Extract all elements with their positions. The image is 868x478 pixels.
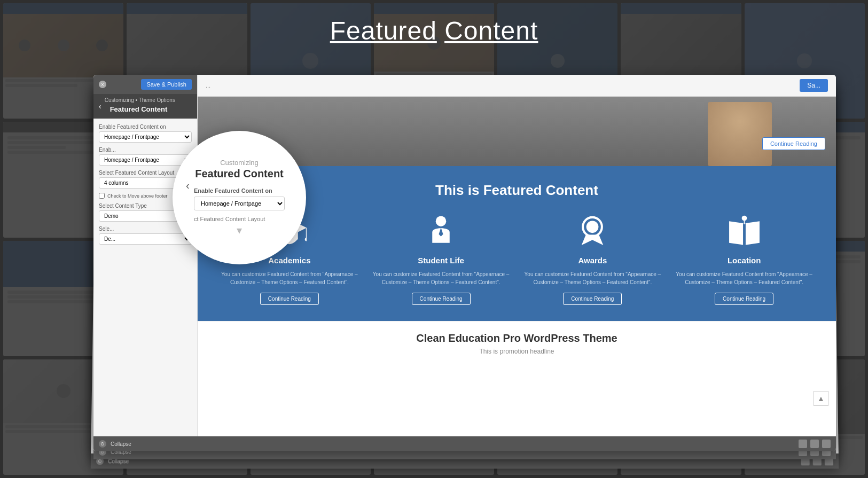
featured-items-grid: Academics You can customize Featured Con… <box>219 215 815 305</box>
svg-rect-6 <box>743 223 746 245</box>
main-collapse-label: Collapse <box>111 441 131 447</box>
main-window-footer: ⊙ Collapse <box>93 436 836 451</box>
student-life-title: Student Life <box>371 256 512 265</box>
popup-enable-label: Enable Featured Content on <box>194 187 285 194</box>
main-footer-desktop-icon[interactable] <box>799 440 807 448</box>
save-publish-button[interactable]: Save & Publish <box>141 79 192 90</box>
promo-title: Clean Education Pro WordPress Theme <box>219 332 815 344</box>
location-icon <box>674 215 815 249</box>
promo-section: Clean Education Pro WordPress Theme This… <box>198 321 836 366</box>
main-footer-tablet-icon[interactable] <box>810 440 819 448</box>
enable-label-2: Enab... <box>99 147 192 153</box>
svg-point-2 <box>305 238 307 241</box>
svg-point-3 <box>436 216 447 226</box>
popup-content: Customizing Featured Content Enable Feat… <box>178 159 301 237</box>
featured-item-location: Location You can customize Featured Cont… <box>674 215 815 305</box>
location-desc: You can customize Featured Content from … <box>674 270 815 286</box>
scroll-to-top-button[interactable]: ▲ <box>814 391 828 406</box>
student-life-continue-btn[interactable]: Continue Reading <box>412 293 471 305</box>
hero-person-image <box>708 102 772 166</box>
page-title-part2: Content <box>444 17 538 45</box>
main-content-area: ... Sa... Continue Reading This is Featu… <box>198 75 836 451</box>
sidebar-panel: × Save & Publish ‹ Customizing • Theme O… <box>93 75 198 451</box>
popup-layout-label: ct Featured Content Layout <box>194 216 285 222</box>
svg-point-5 <box>587 221 599 233</box>
main-save-button[interactable]: Sa... <box>800 79 828 92</box>
location-select[interactable]: Homepage / Frontpage <box>99 131 192 143</box>
location-continue-btn[interactable]: Continue Reading <box>715 293 773 305</box>
sidebar-toolbar: × Save & Publish <box>93 75 197 94</box>
featured-item-awards: Awards You can customize Featured Conten… <box>522 215 663 305</box>
sidebar-section-title: Featured Content <box>105 103 175 115</box>
window-stack: ⊙ Collapse ⊙ Collapse × <box>93 75 836 451</box>
extra-select[interactable]: De... <box>99 233 192 245</box>
academics-continue-btn[interactable]: Continue Reading <box>260 293 319 305</box>
popup-customizing-label: Customizing <box>194 159 285 167</box>
topbar-label: ... <box>206 82 210 89</box>
footer-dot-icon: ⊙ <box>99 440 106 448</box>
close-button[interactable]: × <box>99 81 106 88</box>
main-window: × Save & Publish ‹ Customizing • Theme O… <box>93 75 836 451</box>
awards-icon <box>522 215 663 249</box>
popup-layout-dropdown-icon: ▾ <box>194 224 285 237</box>
page-title-part1: Featured <box>330 17 437 45</box>
featured-item-student-life: Student Life You can customize Featured … <box>371 215 512 305</box>
student-life-desc: You can customize Featured Content from … <box>371 270 512 286</box>
popup-back-button[interactable]: ‹ <box>186 179 190 192</box>
page-title: Featured Content <box>0 16 868 45</box>
location-title: Location <box>674 256 815 265</box>
sidebar-breadcrumb: Customizing • Theme Options <box>105 97 175 103</box>
featured-section-title: This is Featured Content <box>219 182 815 199</box>
awards-title: Awards <box>522 256 663 265</box>
page-title-container: Featured Content <box>0 16 868 45</box>
enable-on-label: Enable Featured Content on <box>99 124 192 130</box>
popup-location-select[interactable]: Homepage / Frontpage <box>194 197 285 210</box>
hero-continue-reading-button[interactable]: Continue Reading <box>762 137 825 150</box>
checkbox-label: Check to Move above footer <box>107 193 168 199</box>
popup-featured-content-title: Featured Content <box>194 168 285 180</box>
promo-subtitle: This is promotion headline <box>219 348 815 355</box>
awards-desc: You can customize Featured Content from … <box>522 270 663 286</box>
student-life-icon <box>371 215 512 249</box>
main-topbar: ... Sa... <box>198 75 836 97</box>
svg-point-7 <box>741 216 747 221</box>
sidebar-back-arrow[interactable]: ‹ <box>99 102 101 111</box>
academics-desc: You can customize Featured Content from … <box>219 270 360 286</box>
move-above-footer-checkbox[interactable] <box>99 193 105 199</box>
customizer-popup: ‹ Customizing Featured Content Enable Fe… <box>173 131 306 264</box>
location-select-2[interactable]: Homepage / Frontpage <box>99 154 192 166</box>
sidebar-nav: ‹ Customizing • Theme Options Featured C… <box>93 94 197 119</box>
hero-section: Continue Reading <box>198 97 836 166</box>
main-footer-mobile-icon[interactable] <box>822 440 831 448</box>
awards-continue-btn[interactable]: Continue Reading <box>563 293 622 305</box>
select-label-extra: Sele... <box>99 226 192 232</box>
